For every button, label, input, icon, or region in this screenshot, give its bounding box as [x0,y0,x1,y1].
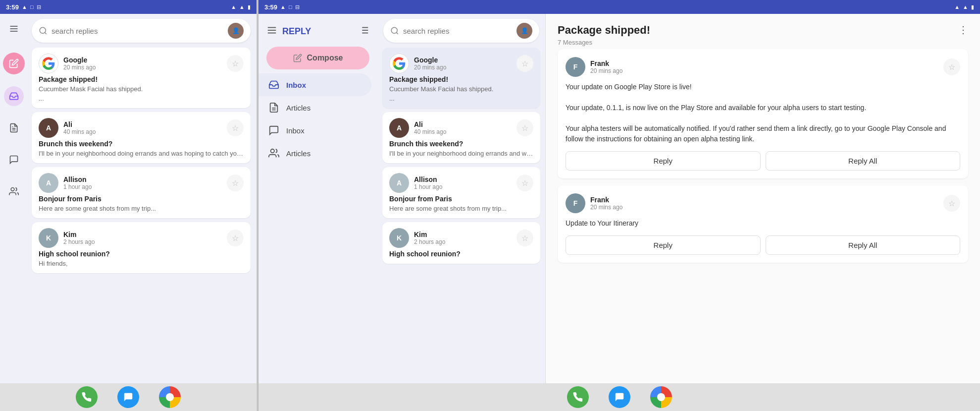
mid-search-input[interactable] [403,27,513,35]
nav-menu-icon[interactable] [359,25,369,38]
thread-body: Your update on Google Play Store is live… [566,82,960,144]
menu-button[interactable] [4,19,24,39]
msg-sender: Google [414,56,512,64]
nav-item-inbox2-label: Inbox [286,126,305,135]
star-button[interactable]: ☆ [227,230,244,246]
screen2-sim-icon: □ [289,4,292,10]
star-button[interactable]: ☆ [227,55,244,72]
star-button[interactable]: ☆ [516,119,533,136]
nav-item-inbox2[interactable]: Inbox [258,119,371,142]
message-item[interactable]: Google 20 mins ago ☆ Package shipped! Cu… [382,48,540,108]
sidebar-item-people[interactable] [4,181,24,201]
nav-item-articles2[interactable]: Articles [258,142,371,165]
screen2-sd-icon: ⊟ [295,4,300,10]
sender-avatar-frank2: F [566,193,585,213]
screen2-bottom-nav [258,383,980,411]
screen2-search-bar: 👤 [383,19,539,43]
svg-point-19 [271,149,274,153]
thread-actions: Reply Reply All [566,151,960,171]
star-button[interactable]: ☆ [227,119,244,136]
chrome-button[interactable] [159,386,181,408]
thread-item: F Frank 20 mins ago ☆ Update to Your Iti… [558,185,968,263]
nav-item-articles-label: Articles [286,104,310,112]
user-avatar[interactable]: 👤 [228,23,244,39]
reply-all-button[interactable]: Reply All [766,151,961,171]
sidebar-item-inbox[interactable] [4,86,24,106]
thread-star-button[interactable]: ☆ [943,59,960,75]
svg-point-5 [11,188,14,191]
nav-hamburger-button[interactable] [266,25,277,38]
screen1-signal-icon: ▲ [239,4,245,10]
nav-item-inbox[interactable]: Inbox [258,73,371,96]
screen2-status-bar: 3:59 ▲ □ ⊟ ▲ ▲ ▮ [258,0,980,14]
message-item[interactable]: Google 20 mins ago ☆ Package shipped! Cu… [32,48,251,108]
screen2-messages-button[interactable] [609,386,630,408]
msg-time: 20 mins ago [414,64,512,71]
message-item[interactable]: K Kim 2 hours ago ☆ High school reunion? [382,222,540,264]
search-input[interactable] [52,27,224,35]
screen2-notif-icon: ▲ [280,4,286,10]
screen2-signal-icon: ▲ [963,4,968,10]
msg-subject: Bonjour from Paris [389,195,533,203]
screen1-battery-icon: ▮ [248,4,251,10]
star-button[interactable]: ☆ [516,55,533,72]
screen1-wifi-icon: ▲ [231,4,236,10]
message-item[interactable]: A Allison 1 hour ago ☆ Bonjour from Pari… [382,167,540,218]
screen1-main-panel: 👤 [28,14,257,383]
star-button[interactable]: ☆ [227,175,244,191]
message-item[interactable]: K Kim 2 hours ago ☆ High school reunion?… [32,222,251,273]
thread-item: F Frank 20 mins ago ☆ Your update on Goo… [558,49,968,178]
reply-button2[interactable]: Reply [566,235,761,255]
svg-line-7 [45,32,46,34]
star-button[interactable]: ☆ [516,175,533,191]
screen1-notif-icon: ▲ [22,4,27,10]
screen2-phone-button[interactable] [567,386,589,408]
mid-search-icon [390,26,399,35]
sender-avatar-allison: A [389,173,409,193]
sender-avatar-allison: A [39,173,58,193]
msg-sender: Ali [63,120,222,128]
msg-subject: Brunch this weekend? [389,140,533,148]
screen2-time: 3:59 [264,3,277,11]
thread-time: 20 mins ago [590,204,938,211]
sender-avatar-frank: F [566,57,585,77]
screen1-status-bar: 3:59 ▲ □ ⊟ ▲ ▲ ▮ [0,0,257,14]
sender-avatar-ali: A [39,118,58,138]
mid-panel: 👤 [377,14,546,383]
reply-all-button2[interactable]: Reply All [766,235,961,255]
detail-title: Package shipped! [558,24,650,37]
thread-star-button2[interactable]: ☆ [943,195,960,212]
detail-count: 7 Messages [558,39,650,46]
sidebar-left [0,14,28,383]
screen2-chrome-button[interactable] [650,386,672,408]
star-button[interactable]: ☆ [516,230,533,246]
thread-body2: Update to Your Itinerary [566,218,960,229]
message-item[interactable]: A Allison 1 hour ago ☆ Bonjour from Pari… [32,167,251,218]
articles-icon [268,102,279,113]
sidebar-item-chat[interactable] [4,150,24,170]
sender-avatar-kim: K [39,228,58,248]
message-item[interactable]: A Ali 40 mins ago ☆ Brunch this weekend?… [382,112,540,163]
app-title: REPLY [282,26,311,37]
screen2-battery-icon: ▮ [971,4,974,10]
msg-sender: Kim [63,231,222,238]
msg-time: 1 hour ago [63,183,222,190]
message-item[interactable]: A Ali 40 mins ago ☆ Brunch this weekend?… [32,112,251,163]
sidebar-item-article[interactable] [4,118,24,138]
more-options-button[interactable]: ⋮ [958,24,968,36]
reply-button[interactable]: Reply [566,151,761,171]
messages-button[interactable] [117,386,139,408]
sender-avatar-ali: A [389,118,409,138]
msg-sender: Kim [414,231,512,238]
search-icon [39,26,48,35]
msg-preview2: ... [389,95,533,102]
phone-button[interactable] [76,386,98,408]
nav-panel: REPLY [258,14,377,383]
nav-item-articles2-label: Articles [286,149,310,158]
nav-item-articles[interactable]: Articles [258,96,371,119]
msg-sender: Google [63,56,222,64]
screen2-user-avatar[interactable]: 👤 [516,23,532,39]
compose-button-wide[interactable]: Compose [266,47,369,69]
compose-button[interactable] [3,53,25,74]
msg-subject: High school reunion? [39,250,244,258]
